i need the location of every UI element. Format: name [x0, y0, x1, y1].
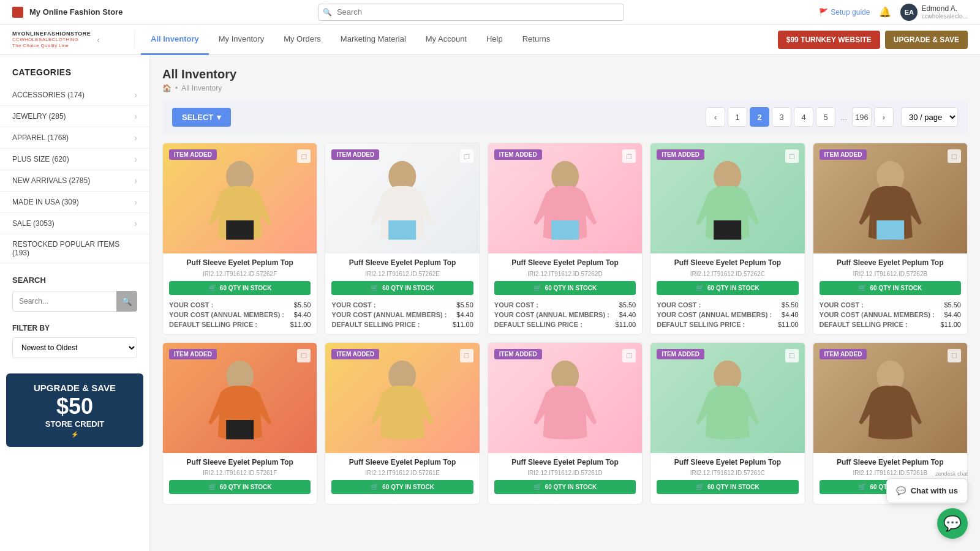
nav-link-my-account[interactable]: My Account: [416, 24, 477, 55]
svg-rect-5: [551, 220, 579, 240]
default-value: $11.00: [453, 321, 473, 328]
price-row-annual: YOUR COST (ANNUAL MEMBERS) : $4.40: [657, 310, 798, 320]
chevron-right-icon: ›: [134, 219, 137, 228]
promo-amount: $50: [13, 394, 136, 419]
search-icon: 🔍: [323, 8, 332, 17]
bookmark-icon[interactable]: □: [297, 349, 311, 362]
upgrade-save-button[interactable]: UPGRADE & SAVE: [885, 31, 968, 49]
nav-link-my-orders[interactable]: My Orders: [274, 24, 331, 55]
breadcrumb: 🏠 • All Inventory: [162, 84, 968, 92]
product-sku: IRI2.12.IT91612.ID.57262F: [169, 271, 311, 277]
stock-text: 60 QTY IN STOCK: [382, 285, 434, 291]
prev-page-button[interactable]: ‹: [706, 107, 725, 127]
next-page-button[interactable]: ›: [874, 107, 894, 127]
store-name: My Online Fashion Store: [29, 7, 123, 17]
default-label: DEFAULT SELLING PRICE :: [820, 321, 908, 328]
product-image: [325, 143, 479, 253]
page-button-1[interactable]: 1: [728, 107, 747, 127]
nav-link-help[interactable]: Help: [477, 24, 513, 55]
product-image: [650, 143, 804, 253]
chat-open-button[interactable]: 💬: [937, 508, 968, 539]
content-area: All Inventory 🏠 • All Inventory SELECT ▾…: [150, 55, 980, 551]
bookmark-icon[interactable]: □: [460, 349, 473, 362]
price-row-annual: YOUR COST (ANNUAL MEMBERS) : $4.40: [331, 310, 473, 320]
turnkey-website-button[interactable]: $99 TURNKEY WEBSITE: [778, 31, 880, 49]
default-value: $11.00: [940, 321, 961, 328]
product-sku: IRI2.12.IT91612.ID.57262D: [494, 271, 636, 277]
filter-sort-select[interactable]: Newest to Oldest Oldest to Newest Price:…: [12, 337, 137, 358]
product-card: ITEM ADDED □ Puff Sleeve Eyelet Peplum T…: [488, 143, 643, 335]
page-button-4[interactable]: 4: [794, 107, 813, 127]
cost-label: YOUR COST :: [494, 301, 538, 309]
category-made-in-usa[interactable]: MADE IN USA (309) ›: [0, 192, 149, 213]
product-card: ITEM ADDED □ Puff Sleeve Eyelet Peplum T…: [162, 342, 317, 505]
annual-value: $4.40: [294, 311, 311, 318]
product-image: [163, 143, 317, 253]
product-image: [325, 343, 479, 453]
bookmark-icon[interactable]: □: [948, 149, 961, 163]
default-label: DEFAULT SELLING PRICE :: [169, 321, 257, 328]
sidebar-search-button[interactable]: 🔍: [116, 291, 137, 312]
nav-link-returns[interactable]: Returns: [513, 24, 560, 55]
search-bar-wrapper: 🔍: [318, 4, 624, 21]
product-name: Puff Sleeve Eyelet Peplum Top: [820, 258, 961, 268]
product-info: Puff Sleeve Eyelet Peplum Top IRI2.12.IT…: [163, 253, 317, 334]
category-sale[interactable]: SALE (3053) ›: [0, 213, 149, 234]
category-restocked[interactable]: RESTOCKED POPULAR ITEMS (193): [0, 234, 149, 263]
default-label: DEFAULT SELLING PRICE :: [657, 321, 745, 328]
cart-icon: 🛒: [696, 284, 704, 292]
nav-link-marketing[interactable]: Marketing Material: [331, 24, 416, 55]
bookmark-icon[interactable]: □: [297, 149, 311, 163]
user-email: ccwholesaleclo...: [921, 13, 968, 20]
product-info: Puff Sleeve Eyelet Peplum Top IRI2.12.IT…: [650, 453, 804, 504]
product-name: Puff Sleeve Eyelet Peplum Top: [494, 458, 636, 468]
chevron-right-icon: ›: [134, 197, 137, 207]
bookmark-icon[interactable]: □: [785, 149, 799, 163]
product-name: Puff Sleeve Eyelet Peplum Top: [169, 458, 311, 468]
select-button[interactable]: SELECT ▾: [172, 108, 231, 127]
product-sku: IRI2.12.IT91612.ID.57262E: [331, 271, 473, 277]
logo: MYONLINEFASHIONSTORE CCWHOLESALECLOTHING…: [12, 31, 91, 48]
page-button-2[interactable]: 2: [750, 107, 769, 127]
bookmark-icon[interactable]: □: [948, 349, 961, 362]
stock-badge: 🛒 60 QTY IN STOCK: [657, 281, 798, 295]
product-figure: [488, 343, 642, 453]
main-layout: CATEGORIES ACCESSORIES (174) › JEWELRY (…: [0, 55, 980, 551]
product-card: ITEM ADDED □ Puff Sleeve Eyelet Peplum T…: [488, 342, 643, 505]
promo-small: ⚡: [13, 431, 136, 438]
price-row-cost: YOUR COST : $5.50: [820, 300, 961, 310]
bookmark-icon[interactable]: □: [622, 149, 636, 163]
nav-link-my-inventory[interactable]: My Inventory: [209, 24, 274, 55]
product-name: Puff Sleeve Eyelet Peplum Top: [169, 258, 311, 268]
global-search-input[interactable]: [318, 4, 624, 21]
promo-banner[interactable]: UPGRADE & SAVE $50 STORE CREDIT ⚡: [6, 373, 143, 447]
page-button-5[interactable]: 5: [816, 107, 835, 127]
page-button-196[interactable]: 196: [852, 107, 872, 127]
nav-link-all-inventory[interactable]: All Inventory: [141, 24, 209, 55]
category-jewelry[interactable]: JEWELRY (285) ›: [0, 106, 149, 127]
bookmark-icon[interactable]: □: [460, 149, 473, 163]
default-value: $11.00: [616, 321, 636, 328]
chat-bubble[interactable]: 💬 Chat with us: [886, 478, 968, 503]
product-info: Puff Sleeve Eyelet Peplum Top IRI2.12.IT…: [650, 253, 804, 334]
category-new-arrivals[interactable]: NEW ARRIVALS (2785) ›: [0, 170, 149, 192]
chat-with-us-label: Chat with us: [911, 486, 958, 495]
category-accessories[interactable]: ACCESSORIES (174) ›: [0, 84, 149, 106]
sidebar-toggle-icon[interactable]: ‹: [97, 35, 100, 45]
category-apparel[interactable]: APPAREL (1768) ›: [0, 127, 149, 149]
per-page-select[interactable]: 30 / page 60 / page 90 / page: [901, 107, 958, 127]
cart-icon: 🛒: [208, 483, 217, 491]
chevron-right-icon: ›: [134, 133, 137, 143]
cart-icon: 🛒: [371, 284, 379, 292]
setup-guide-link[interactable]: 🚩 Setup guide: [819, 8, 870, 17]
cart-icon: 🛒: [696, 483, 704, 491]
bookmark-icon[interactable]: □: [622, 349, 636, 362]
bookmark-icon[interactable]: □: [785, 349, 799, 362]
category-plus-size[interactable]: PLUS SIZE (620) ›: [0, 149, 149, 170]
product-image: [488, 343, 642, 453]
page-button-3[interactable]: 3: [772, 107, 791, 127]
item-added-badge: ITEM ADDED: [169, 149, 217, 160]
notifications-icon[interactable]: 🔔: [879, 6, 891, 18]
price-row-cost: YOUR COST : $5.50: [494, 300, 636, 310]
product-sku: IRI2.12.IT91612.ID.57261C: [657, 470, 798, 476]
